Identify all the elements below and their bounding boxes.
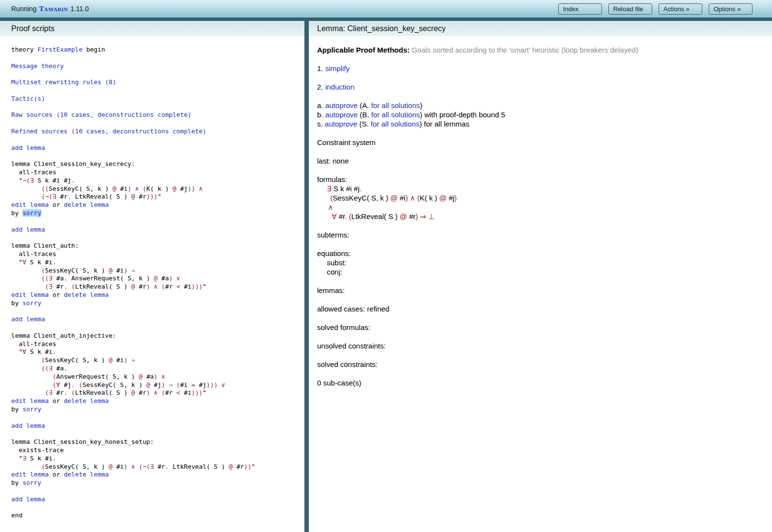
text-segment: (∃ <box>45 283 52 290</box>
text-segment: SessKeyC( S, k ) <box>333 194 388 202</box>
for-all-solutions-link[interactable]: for all solutions <box>371 120 419 128</box>
induction-link[interactable]: induction <box>325 83 355 91</box>
text-line: lemma Client_auth: <box>11 242 304 250</box>
sorry-link[interactable]: sorry <box>22 299 41 307</box>
text-segment: ))) <box>146 193 157 200</box>
add-lemma-link[interactable]: add lemma <box>11 495 45 503</box>
for-all-solutions-link[interactable]: for all solutions <box>371 110 420 119</box>
add-lemma-link[interactable]: add lemma <box>11 226 45 233</box>
text-segment: lemma Client_auth: <box>11 242 79 249</box>
toolbar-button-actions[interactable]: Actions » <box>659 3 702 15</box>
text-segment: @ <box>169 185 180 192</box>
blank-line <box>11 87 304 95</box>
raw-sources-10-cases-deconstructions-complete-link[interactable]: Raw sources (10 cases, deconstructions c… <box>11 111 191 118</box>
text-segment: theory <box>11 46 38 53</box>
sorry-link[interactable]: sorry <box>22 209 41 217</box>
toolbar-buttons: IndexReload fileActions »Options » <box>558 3 753 15</box>
text-segment: #r <box>409 212 415 220</box>
text-segment: . <box>64 275 71 282</box>
add-lemma-link[interactable]: add lemma <box>11 422 45 429</box>
text-line: all-traces <box>11 168 304 177</box>
delete-lemma-link[interactable]: delete lemma <box>64 291 109 298</box>
text-segment: #j <box>180 185 188 192</box>
text-segment: last: none <box>317 157 349 165</box>
text-segment <box>11 463 41 470</box>
text-segment: formulas: <box>317 175 347 183</box>
text-segment: #r <box>165 283 172 290</box>
blank-line <box>317 165 772 175</box>
text-line: last: none <box>317 156 772 165</box>
text-segment: #j <box>60 381 71 388</box>
text-line: edit lemma or delete lemma <box>11 201 304 209</box>
text-segment: ) with proof-depth bound 5 <box>420 110 505 119</box>
text-segment <box>11 267 41 274</box>
text-segment: ) ∧ (¬(∃ <box>124 463 154 470</box>
text-line: lemma Client_auth_injective: <box>11 332 304 340</box>
sorry-link[interactable]: sorry <box>22 479 41 486</box>
text-segment: solved formulas: <box>317 323 370 331</box>
text-line: add lemma <box>11 422 304 430</box>
text-segment: lemma Client_auth_injective: <box>11 332 116 339</box>
text-segment: ))) ∨ <box>207 381 226 388</box>
delete-lemma-link[interactable]: delete lemma <box>64 397 109 404</box>
toolbar-button-options[interactable]: Options » <box>709 3 753 15</box>
text-line: ((∃ #a. AnswerRequest( S, k ) @ #a) ∨ <box>11 275 304 283</box>
text-segment: all-traces <box>11 340 56 348</box>
lemma-detail-content: Applicable Proof Methods: Goals sorted a… <box>309 36 772 532</box>
blank-line <box>317 276 772 286</box>
text-segment <box>11 193 41 200</box>
multiset-rewriting-rules-8-link[interactable]: Multiset rewriting rules (8) <box>11 78 116 86</box>
delete-lemma-link[interactable]: delete lemma <box>64 201 109 208</box>
text-line: add lemma <box>11 226 304 234</box>
autoprove-link[interactable]: autoprove <box>325 110 358 119</box>
text-segment: ) ⇒ ( <box>161 381 180 388</box>
text-segment: a. <box>317 101 325 110</box>
text-segment: SessKeyC( S, k ) <box>82 381 142 388</box>
text-segment: ) ∧ <box>154 373 165 380</box>
blank-line <box>317 147 772 156</box>
refined-sources-10-cases-deconstructions-complete-link[interactable]: Refined sources (10 cases, deconstructio… <box>11 128 207 135</box>
edit-lemma-link[interactable]: edit lemma <box>11 397 49 404</box>
text-segment: . <box>165 463 172 470</box>
text-segment: ) ∧ ( <box>146 389 165 396</box>
text-segment: @ <box>105 267 116 274</box>
text-line: Tactic(s) <box>11 95 304 103</box>
simplify-link[interactable]: simplify <box>325 64 350 73</box>
firstexample-link[interactable]: FirstExample <box>38 46 82 53</box>
text-segment: Applicable Proof Methods: <box>317 46 412 54</box>
text-segment: #r <box>337 212 345 220</box>
sorry-link[interactable]: sorry <box>22 405 41 413</box>
add-lemma-link[interactable]: add lemma <box>11 315 45 323</box>
edit-lemma-link[interactable]: edit lemma <box>11 201 49 208</box>
text-segment <box>11 381 53 388</box>
text-line: Constraint system <box>317 138 772 147</box>
toolbar-button-index[interactable]: Index <box>558 3 602 15</box>
delete-lemma-link[interactable]: delete lemma <box>64 471 109 478</box>
running-prefix: Running <box>11 5 37 13</box>
text-segment: ∀ <box>22 258 26 266</box>
for-all-solutions-link[interactable]: for all solutions <box>371 101 420 110</box>
tamarin-brand: Tamarin <box>39 5 68 13</box>
text-line: (∃ #r. (LtkReveal( S ) @ #r) ∧ (#r < #i)… <box>11 389 304 397</box>
text-segment: ∃ <box>22 455 26 462</box>
autoprove-link[interactable]: autoprove <box>325 120 358 128</box>
text-segment: @ <box>128 389 139 396</box>
blank-line <box>317 55 772 64</box>
text-segment: begin <box>82 46 105 53</box>
add-lemma-link[interactable]: add lemma <box>11 144 45 151</box>
message-theory-link[interactable]: Message theory <box>11 62 64 70</box>
edit-lemma-link[interactable]: edit lemma <box>11 291 49 298</box>
autoprove-link[interactable]: autoprove <box>325 101 358 110</box>
tactic-s-link[interactable]: Tactic(s) <box>11 95 45 102</box>
text-line: exists-trace <box>11 446 304 455</box>
text-line: s. autoprove (S. for all solutions) for … <box>317 119 772 128</box>
edit-lemma-link[interactable]: edit lemma <box>11 471 49 478</box>
toolbar-button-reload-file[interactable]: Reload file <box>608 3 652 15</box>
left-panel-header: Proof scripts <box>0 21 304 36</box>
text-segment: by <box>11 299 22 307</box>
text-segment: (∃ <box>45 389 52 396</box>
text-segment: #i <box>120 185 127 192</box>
text-line: unsolved constraints: <box>317 341 772 350</box>
text-segment <box>11 275 41 282</box>
text-line: 2. induction <box>317 82 772 92</box>
